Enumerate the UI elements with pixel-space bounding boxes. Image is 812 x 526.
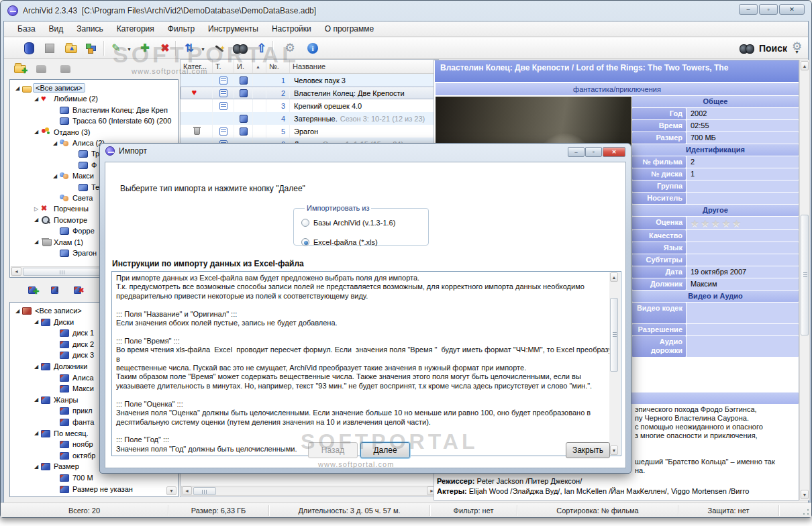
tree-item[interactable]: ◢Размер xyxy=(10,461,81,472)
scroll-down-icon[interactable]: ▼ xyxy=(801,490,809,499)
next-button[interactable]: Далее xyxy=(360,442,410,458)
scrollbar-thumb[interactable] xyxy=(193,487,216,495)
column-header-6[interactable]: Название xyxy=(290,60,438,73)
column-header-4[interactable]: ▲ xyxy=(253,60,266,73)
scrollbar-thumb[interactable] xyxy=(23,268,102,276)
expander-open-icon[interactable]: ◢ xyxy=(13,85,22,91)
table-row[interactable]: 1Человек паук 3 xyxy=(181,74,438,87)
minimize-button[interactable]: – xyxy=(739,4,758,15)
radio-excel-file[interactable]: Excel-файла (*.xls) xyxy=(301,238,378,246)
open-folder-icon[interactable]: ▲ xyxy=(63,40,79,56)
scrollbar-thumb[interactable] xyxy=(801,215,809,335)
edit-dropdown-icon[interactable]: ▼ xyxy=(127,47,132,52)
tree-item[interactable]: ◢Хлам (1) xyxy=(10,237,85,248)
expander-open-icon[interactable]: ◢ xyxy=(32,319,41,325)
tree-item[interactable]: диск 1 xyxy=(10,327,96,338)
radio-icon-selected[interactable] xyxy=(301,238,309,246)
tree-item[interactable]: октябр xyxy=(10,450,97,461)
column-header-3[interactable]: И. xyxy=(234,60,253,73)
tree-item[interactable]: ◢Жанры xyxy=(10,394,81,405)
tree-item[interactable]: ▷Порченны xyxy=(10,203,91,214)
tree-item[interactable]: ◢<Все записи> xyxy=(10,305,84,316)
delete-record-icon[interactable]: ✖ xyxy=(157,40,173,56)
close-dialog-button[interactable]: Закрыть xyxy=(566,442,610,458)
scroll-left-icon[interactable]: ◄ xyxy=(11,267,21,276)
tree-item[interactable]: ◢Сериалы xyxy=(10,494,87,497)
dialog-minimize-button[interactable]: – xyxy=(568,147,585,157)
expander-open-icon[interactable]: ◢ xyxy=(32,217,41,223)
menu-item-6[interactable]: Инструменты xyxy=(201,22,265,36)
tree-item[interactable]: 700 М xyxy=(10,472,95,483)
tree-item[interactable]: Властелин Колец: Две Креп xyxy=(10,105,170,115)
expander-open-icon[interactable]: ◢ xyxy=(50,140,60,146)
export-icon[interactable]: ⇧ xyxy=(254,40,270,56)
table-header[interactable]: Катег...Т.И.▲№.Название xyxy=(181,60,438,74)
tree-item[interactable]: прикл xyxy=(10,405,95,416)
expander-open-icon[interactable]: ◢ xyxy=(32,239,41,245)
tree-item[interactable]: ◢Должники xyxy=(10,361,89,372)
dialog-maximize-button[interactable]: ▫ xyxy=(585,147,602,157)
sort-icon[interactable]: ⇅ xyxy=(181,40,197,56)
tree-item[interactable]: фанта xyxy=(10,417,96,427)
sort-dropdown-icon[interactable]: ▼ xyxy=(201,47,205,52)
settings-icon[interactable]: ⚙ xyxy=(282,40,298,56)
tree-item[interactable]: Макси xyxy=(10,383,96,394)
tree-item[interactable]: диск 3 xyxy=(10,350,96,360)
tree-item[interactable]: ◢Алиса (2) xyxy=(10,138,107,148)
add-group-folder-icon[interactable]: ✚ xyxy=(12,62,27,76)
tree-item[interactable]: Эрагон xyxy=(10,248,99,258)
tree-item[interactable]: Света xyxy=(10,193,95,203)
textbox-vertical-scrollbar[interactable]: ▲ ▼ xyxy=(609,272,620,455)
radio-archivid-db[interactable]: Базы ArchiVid (v.1.3-1.6) xyxy=(301,219,395,227)
database-icon[interactable] xyxy=(21,40,38,56)
find-icon[interactable] xyxy=(232,40,248,56)
tree-item[interactable]: ◢Макси xyxy=(10,170,96,181)
expander-open-icon[interactable]: ◢ xyxy=(32,129,41,135)
info-icon[interactable]: i xyxy=(305,40,321,56)
title-bar[interactable]: ArchiVid 2.3.43 [C:\Program Files\ArchiV… xyxy=(1,1,811,21)
scroll-up-icon[interactable]: ▲ xyxy=(801,61,809,70)
expander-closed-icon[interactable]: ▷ xyxy=(32,206,41,212)
radio-icon[interactable] xyxy=(301,219,309,227)
column-header-5[interactable]: №. xyxy=(266,60,290,73)
expander-open-icon[interactable]: ◢ xyxy=(32,397,41,403)
add-record-icon[interactable]: ✚ xyxy=(137,40,153,56)
table-row[interactable]: 3Крепкий орешек 4.0 xyxy=(181,99,438,112)
tree-item[interactable]: Тр xyxy=(10,148,101,159)
table-horizontal-scrollbar[interactable]: ◄ ► xyxy=(181,486,438,496)
expander-open-icon[interactable]: ◢ xyxy=(32,464,41,470)
tree-item[interactable]: ◢Любимые (2) xyxy=(10,93,100,104)
card-view-icon[interactable] xyxy=(42,40,58,56)
maximize-button[interactable]: ▫ xyxy=(759,4,778,15)
menu-item-4[interactable]: Категория xyxy=(110,22,161,36)
table-row[interactable]: 2Властелин Колец: Две Крепости xyxy=(181,87,438,99)
table-row[interactable]: 5Эрагон xyxy=(181,125,438,138)
menu-item-7[interactable]: Настройки xyxy=(265,22,318,36)
tree-item[interactable]: Трасса 60 (Interstate 60) (200 xyxy=(10,115,173,126)
expander-open-icon[interactable]: ◢ xyxy=(50,173,60,179)
back-button[interactable]: Назад xyxy=(308,442,358,458)
scroll-left-icon[interactable]: ◄ xyxy=(182,486,192,495)
expander-open-icon[interactable]: ◢ xyxy=(32,364,41,370)
dialog-close-button[interactable]: ✕ xyxy=(603,147,625,157)
rating-stars-icon[interactable]: ★★★★★ xyxy=(691,218,743,229)
tree-item[interactable]: ◢Отдано (3) xyxy=(10,127,92,138)
table-row[interactable]: 4Затерянные.Сезон 3: 10-21 (12 из 23) xyxy=(181,112,438,125)
search-settings-gear-icon[interactable]: ⚙ ▼ xyxy=(792,41,803,56)
tree-item[interactable]: Размер не указан xyxy=(10,484,135,494)
edit-category-icon[interactable]: I xyxy=(50,283,64,298)
menu-item-8[interactable]: О программе xyxy=(318,22,380,36)
search-area[interactable]: Поиск ⚙ ▼ xyxy=(740,40,803,57)
tree-item[interactable]: Алиса xyxy=(10,372,96,383)
tree-item[interactable]: ◢Посмотре xyxy=(10,215,89,225)
scroll-up-icon[interactable]: ▲ xyxy=(610,272,618,282)
scroll-down-icon[interactable]: ▼ xyxy=(166,486,176,495)
column-header-1[interactable]: Катег... xyxy=(181,60,213,73)
scrollbar-thumb[interactable] xyxy=(610,298,618,372)
menu-item-3[interactable]: Запись xyxy=(70,22,109,36)
menu-item-5[interactable]: Фильтр xyxy=(161,22,201,36)
expander-open-icon[interactable]: ◢ xyxy=(32,430,41,436)
dialog-title-bar[interactable]: Импорт xyxy=(105,146,147,156)
categories-icon[interactable] xyxy=(83,40,99,56)
edit-record-icon[interactable]: ✎ xyxy=(108,40,124,56)
